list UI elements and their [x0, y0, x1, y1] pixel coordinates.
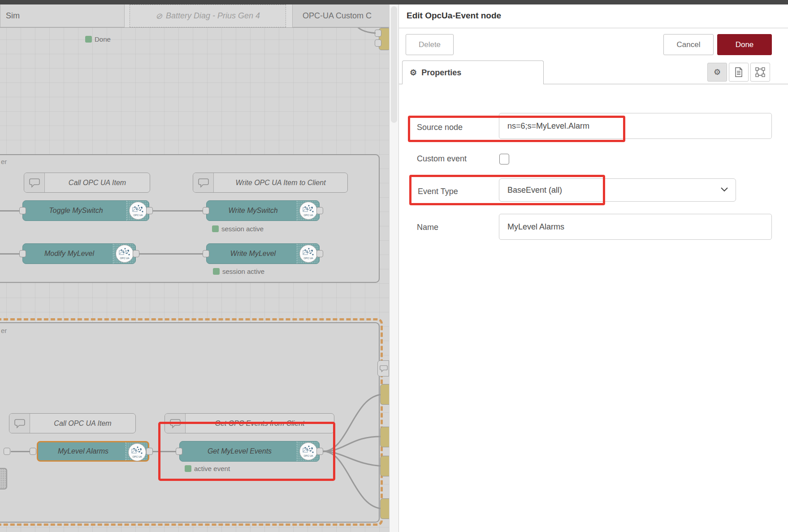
- node-label: Get MyLevel Events: [208, 447, 291, 455]
- comment-node[interactable]: Get OPC Events from Client: [165, 413, 334, 433]
- status-text: session active: [221, 225, 264, 233]
- status-dot-green: [213, 268, 220, 275]
- node-input-port[interactable]: [176, 448, 182, 455]
- status-dot-green: [212, 225, 219, 232]
- node-label: MyLevel Alarms: [58, 447, 128, 455]
- partial-link-node[interactable]: [380, 456, 389, 476]
- link-port[interactable]: [375, 39, 381, 47]
- opcua-badge-icon: OPC UA: [128, 443, 147, 462]
- node-label: Modify MyLevel: [44, 250, 114, 258]
- divider: [399, 28, 788, 28]
- gear-icon: ⚙: [410, 68, 417, 78]
- node-output-port[interactable]: [316, 207, 323, 214]
- tab-properties[interactable]: ⚙ Properties: [402, 61, 544, 84]
- comment-node[interactable]: Call OPC UA Item: [9, 413, 136, 433]
- status-dot-green: [85, 36, 92, 43]
- node-output-port[interactable]: [316, 250, 323, 257]
- source-node-label: Source node: [417, 123, 463, 132]
- opcua-badge-icon: OPC UA: [115, 244, 134, 263]
- tab-sim-label: Sim: [6, 11, 20, 21]
- node-modify-mylevel[interactable]: Modify MyLevel OPC UA: [22, 243, 136, 264]
- partial-comment-node[interactable]: [377, 360, 389, 376]
- svg-text:OPC UA: OPC UA: [303, 214, 313, 216]
- comment-bubble-icon: [9, 414, 30, 433]
- node-get-mylevel-events[interactable]: Get MyLevel Events OPC UA: [179, 441, 320, 462]
- partial-link-node[interactable]: [380, 498, 389, 519]
- node-status: session active: [213, 268, 264, 275]
- chevron-down-icon: [720, 187, 728, 192]
- vertical-scrollbar[interactable]: [389, 4, 399, 532]
- node-mylevel-alarms[interactable]: MyLevel Alarms OPC UA: [37, 441, 149, 462]
- node-status-done: Done: [85, 35, 111, 43]
- top-header-bar: [0, 0, 788, 4]
- node-red-editor: Sim ⊘ Battery Diag - Prius Gen 4 OPC-UA …: [0, 0, 788, 532]
- status-text: Done: [95, 35, 111, 43]
- flow-canvas[interactable]: Done er Call OPC UA Item Write OPC UA It…: [0, 28, 389, 532]
- link-port[interactable]: [375, 30, 381, 37]
- svg-text:OPC UA: OPC UA: [133, 214, 143, 216]
- node-input-port[interactable]: [203, 250, 209, 257]
- node-label: Write MySwitch: [228, 207, 297, 215]
- opcua-badge-icon: OPC UA: [129, 201, 147, 220]
- node-input-port[interactable]: [30, 448, 36, 455]
- node-input-port[interactable]: [19, 250, 26, 257]
- tab-battery-diag[interactable]: ⊘ Battery Diag - Prius Gen 4: [130, 4, 286, 27]
- custom-event-checkbox[interactable]: [499, 154, 509, 164]
- wire: [153, 210, 204, 212]
- svg-text:OPC UA: OPC UA: [303, 454, 313, 457]
- status-text: active event: [194, 465, 230, 472]
- tab-sim[interactable]: Sim: [0, 4, 125, 27]
- document-icon: [735, 67, 743, 77]
- node-description-button[interactable]: [729, 63, 749, 82]
- disabled-icon: ⊘: [156, 11, 162, 21]
- link-in-node-partial[interactable]: [0, 468, 7, 489]
- wire: [0, 253, 21, 255]
- wire: [139, 253, 204, 255]
- node-status: active event: [185, 465, 230, 472]
- node-output-port[interactable]: [146, 207, 153, 214]
- appearance-icon: [755, 67, 765, 77]
- node-toggle-myswitch[interactable]: Toggle MySwitch OPC UA: [22, 200, 149, 221]
- node-label: Toggle MySwitch: [49, 207, 122, 215]
- link-output-port[interactable]: [4, 448, 10, 455]
- node-output-port[interactable]: [146, 448, 153, 455]
- partial-link-node[interactable]: [380, 384, 389, 405]
- tab-battery-label: Battery Diag - Prius Gen 4: [166, 11, 260, 21]
- comment-label: Call OPC UA Item: [45, 173, 150, 192]
- comment-bubble-icon: [380, 365, 388, 372]
- node-appearance-button[interactable]: [750, 63, 770, 82]
- cancel-button[interactable]: Cancel: [663, 34, 714, 55]
- comment-node[interactable]: Write OPC UA Item to Client: [193, 173, 348, 193]
- comment-label: Write OPC UA Item to Client: [214, 173, 347, 192]
- opcua-badge-icon: OPC UA: [299, 201, 318, 220]
- comment-label: Get OPC Events from Client: [186, 414, 334, 433]
- event-type-select[interactable]: BaseEvent (all): [499, 178, 736, 202]
- delete-button[interactable]: Delete: [406, 34, 454, 55]
- svg-text:OPC UA: OPC UA: [303, 257, 313, 260]
- tab-opcua-label: OPC-UA Custom C: [303, 11, 372, 21]
- group-label: er: [1, 327, 7, 334]
- node-settings-button[interactable]: ⚙: [707, 63, 727, 82]
- flow-tab-bar: Sim ⊘ Battery Diag - Prius Gen 4 OPC-UA …: [0, 4, 399, 28]
- comment-label: Call OPC UA Item: [30, 414, 135, 433]
- event-type-value: BaseEvent (all): [507, 186, 562, 195]
- group-label: er: [1, 158, 7, 165]
- comment-node[interactable]: Call OPC UA Item: [24, 173, 150, 193]
- node-write-mylevel[interactable]: Write MyLevel OPC UA: [206, 243, 320, 264]
- svg-text:OPC UA: OPC UA: [132, 455, 142, 458]
- tab-opcua-custom[interactable]: OPC-UA Custom C: [292, 4, 399, 27]
- source-node-input[interactable]: [499, 113, 772, 139]
- node-output-port[interactable]: [133, 250, 139, 257]
- node-input-port[interactable]: [19, 207, 26, 214]
- node-output-port[interactable]: [316, 448, 323, 455]
- status-dot-green: [185, 465, 191, 472]
- opcua-badge-icon: OPC UA: [299, 442, 318, 461]
- done-button[interactable]: Done: [717, 34, 772, 55]
- node-input-port[interactable]: [203, 207, 209, 214]
- tab-properties-label: Properties: [421, 68, 461, 78]
- node-write-myswitch[interactable]: Write MySwitch OPC UA: [206, 200, 320, 221]
- name-input[interactable]: [499, 214, 772, 240]
- partial-link-node[interactable]: [380, 427, 389, 447]
- svg-text:OPC UA: OPC UA: [120, 257, 129, 260]
- scrollbar-thumb[interactable]: [391, 6, 397, 123]
